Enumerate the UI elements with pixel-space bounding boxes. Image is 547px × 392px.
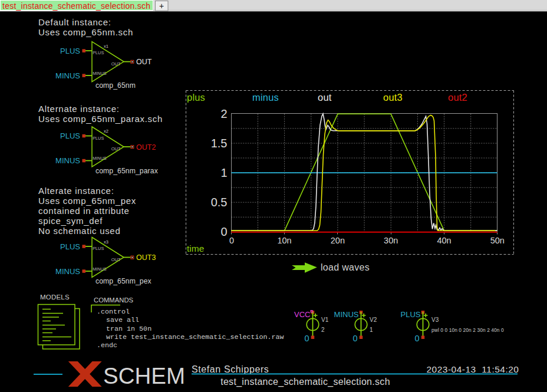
svg-text:x3: x3	[104, 239, 108, 245]
svg-text:Default instance:: Default instance:	[38, 17, 111, 27]
svg-text:MINUS: MINUS	[334, 310, 359, 319]
svg-text:OUT: OUT	[136, 58, 152, 66]
svg-text:Uses comp_65nm.sch: Uses comp_65nm.sch	[38, 27, 133, 37]
svg-text:SCHEM: SCHEM	[103, 363, 185, 388]
svg-text:out: out	[318, 92, 332, 103]
svg-text:0: 0	[229, 236, 234, 245]
svg-text:V2: V2	[370, 317, 377, 323]
svg-text:2023-04-13 11:54:20: 2023-04-13 11:54:20	[426, 364, 519, 374]
svg-text:tran 1n 50n: tran 1n 50n	[106, 325, 151, 333]
svg-text:OUT2: OUT2	[136, 143, 156, 151]
svg-text:VCC: VCC	[294, 310, 310, 319]
svg-text:PLUS: PLUS	[401, 310, 421, 319]
svg-text:1.5: 1.5	[211, 137, 228, 150]
svg-text:Stefan Schippers: Stefan Schippers	[192, 364, 269, 374]
svg-text:+: +	[159, 1, 164, 11]
svg-text:save all: save all	[106, 316, 139, 324]
svg-text:x2: x2	[104, 129, 108, 134]
svg-text:comp_65nm_pex: comp_65nm_pex	[95, 277, 151, 285]
svg-text:10n: 10n	[277, 236, 291, 245]
svg-text:comp_65nm: comp_65nm	[95, 81, 136, 90]
svg-text:plus: plus	[187, 92, 205, 103]
svg-text:test_instance_schematic_select: test_instance_schematic_selection.sch	[2, 1, 150, 11]
svg-text:50n: 50n	[490, 236, 505, 245]
svg-text:No schematic used: No schematic used	[38, 226, 120, 236]
svg-text:contained in attribute: contained in attribute	[38, 206, 130, 216]
svg-text:Uses comp_65nm_parax.sch: Uses comp_65nm_parax.sch	[38, 114, 163, 124]
svg-text:20n: 20n	[331, 236, 345, 245]
svg-text:0.5: 0.5	[211, 196, 228, 209]
svg-text:write test_instance_schematic_: write test_instance_schematic_selection.…	[106, 333, 284, 341]
svg-text:1: 1	[370, 327, 373, 333]
svg-text:V3: V3	[431, 317, 439, 323]
svg-text:minus: minus	[252, 92, 279, 103]
svg-text:0: 0	[220, 225, 227, 238]
svg-text:Uses comp_65nm_pex: Uses comp_65nm_pex	[38, 196, 136, 206]
svg-text:time: time	[187, 243, 204, 253]
svg-text:spice_sym_def: spice_sym_def	[38, 216, 103, 226]
svg-text:COMMANDS: COMMANDS	[94, 297, 134, 304]
svg-text:pwl 0 0 10n 0 20n 2 30n 2 40n: pwl 0 0 10n 0 20n 2 30n 2 40n 0	[431, 327, 504, 333]
svg-text:.control: .control	[97, 308, 130, 316]
svg-text:2: 2	[220, 107, 227, 120]
svg-text:out2: out2	[448, 92, 467, 103]
svg-text:1: 1	[220, 166, 227, 179]
svg-text:OUT3: OUT3	[136, 253, 156, 262]
svg-text:V1: V1	[321, 317, 329, 323]
svg-text:.endc: .endc	[97, 341, 117, 350]
svg-text:Alterate instance:: Alterate instance:	[38, 186, 114, 196]
svg-text:out3: out3	[383, 92, 403, 103]
svg-text:x1: x1	[104, 44, 108, 49]
svg-text:2: 2	[321, 327, 325, 333]
svg-text:40n: 40n	[437, 236, 451, 245]
svg-text:MODELS: MODELS	[40, 294, 70, 301]
svg-text:30n: 30n	[384, 236, 398, 245]
svg-text:comp_65nm_parax: comp_65nm_parax	[95, 167, 158, 175]
svg-text:Alternate instance:: Alternate instance:	[38, 104, 120, 114]
svg-text:test_instance_schematic_select: test_instance_schematic_selection.sch	[220, 377, 390, 387]
svg-text:load waves: load waves	[321, 262, 370, 272]
